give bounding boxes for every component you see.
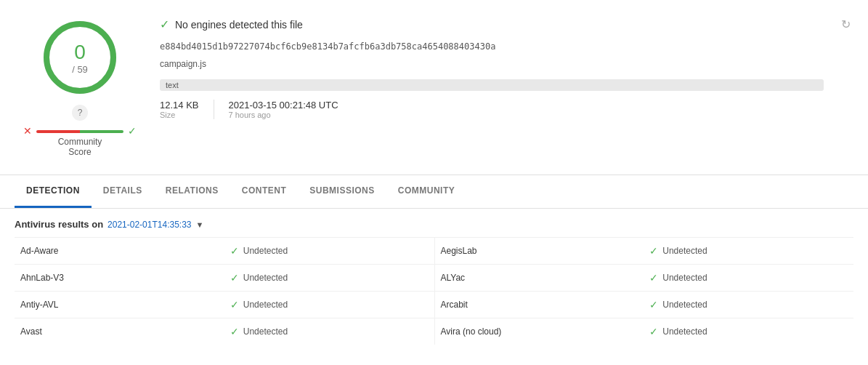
engine-status: ✓Undetected [644, 318, 853, 345]
content-area: Antivirus results on 2021-02-01T14:35:33… [0, 209, 868, 345]
undetected-label: Undetected [662, 246, 707, 256]
table-row: AhnLab-V3✓UndetectedALYac✓Undetected [15, 264, 853, 291]
file-date-item: 2021-03-15 00:21:48 UTC 7 hours ago [214, 100, 353, 119]
table-row: Ad-Aware✓UndetectedAegisLab✓Undetected [15, 237, 853, 264]
community-score-bar [36, 130, 123, 133]
engine-name: Antiy-AVL [15, 292, 224, 318]
table-row: Avast✓UndetectedAvira (no cloud)✓Undetec… [15, 318, 853, 345]
file-size-value: 12.14 KB [160, 100, 199, 111]
engine-status: ✓Undetected [224, 318, 434, 345]
file-date-label: 7 hours ago [229, 111, 338, 119]
results-table: Ad-Aware✓UndetectedAegisLab✓UndetectedAh… [15, 237, 853, 345]
undetected-icon: ✓ [230, 272, 239, 284]
top-section: 0 / 59 ? ✕ ✓ CommunityScore ✓ No engines… [0, 0, 868, 175]
engine-name: ALYac [434, 265, 644, 291]
undetected-label: Undetected [243, 326, 288, 337]
antivirus-date[interactable]: 2021-02-01T14:35:33 [108, 220, 191, 230]
score-panel: 0 / 59 ? ✕ ✓ CommunityScore [15, 12, 145, 163]
engine-status: ✓Undetected [644, 265, 853, 291]
detection-text: No engines detected this file [175, 19, 303, 31]
engine-name: AegisLab [434, 238, 644, 264]
antivirus-header: Antivirus results on 2021-02-01T14:35:33… [15, 209, 853, 237]
detection-header: ✓ No engines detected this file [160, 17, 824, 31]
tab-detection[interactable]: DETECTION [15, 175, 92, 208]
engine-status: ✓Undetected [224, 292, 434, 318]
table-row: Antiy-AVL✓UndetectedArcabit✓Undetected [15, 291, 853, 318]
file-size-item: 12.14 KB Size [160, 100, 214, 119]
score-text: 0 / 59 [72, 41, 88, 75]
antivirus-label: Antivirus results on [15, 219, 103, 230]
file-name: campaign.js [160, 59, 824, 69]
engine-name: Avira (no cloud) [434, 318, 644, 345]
score-number: 0 [72, 41, 88, 64]
undetected-icon: ✓ [230, 245, 239, 257]
tab-community[interactable]: COMMUNITY [386, 175, 467, 208]
undetected-label: Undetected [662, 300, 707, 310]
tab-submissions[interactable]: SUBMISSIONS [298, 175, 386, 208]
undetected-icon: ✓ [649, 272, 658, 284]
detection-check-icon: ✓ [160, 17, 169, 31]
undetected-label: Undetected [243, 300, 288, 310]
file-tag[interactable]: text [160, 79, 824, 91]
dropdown-arrow-icon[interactable]: ▼ [196, 220, 204, 229]
engine-name: Avast [15, 318, 224, 345]
file-hash: e884bd4015d1b97227074bcf6cb9e8134b7afcfb… [160, 41, 824, 52]
main-container: 0 / 59 ? ✕ ✓ CommunityScore ✓ No engines… [0, 0, 868, 365]
tabs-bar: DETECTION DETAILS RELATIONS CONTENT SUBM… [0, 175, 868, 209]
engine-status: ✓Undetected [224, 238, 434, 264]
engine-name: Ad-Aware [15, 238, 224, 264]
undetected-icon: ✓ [649, 299, 658, 310]
undetected-label: Undetected [662, 273, 707, 283]
undetected-label: Undetected [243, 273, 288, 283]
header-right: ↻ [838, 12, 853, 34]
undetected-label: Undetected [662, 326, 707, 337]
engine-status: ✓Undetected [644, 292, 853, 318]
undetected-icon: ✓ [230, 326, 239, 337]
engine-status: ✓Undetected [224, 265, 434, 291]
engine-name: Arcabit [434, 292, 644, 318]
score-bar-row: ✕ ✓ [23, 125, 137, 137]
question-badge[interactable]: ? [72, 105, 88, 121]
tab-details[interactable]: DETAILS [92, 175, 154, 208]
undetected-label: Undetected [243, 246, 288, 256]
undetected-icon: ✓ [649, 326, 658, 337]
file-info-panel: ✓ No engines detected this file e884bd40… [160, 12, 824, 125]
score-circle: 0 / 59 [40, 17, 120, 97]
community-score-label: CommunityScore [58, 137, 102, 157]
file-meta: 12.14 KB Size 2021-03-15 00:21:48 UTC 7 … [160, 100, 824, 119]
undetected-icon: ✓ [230, 299, 239, 310]
refresh-icon[interactable]: ↻ [838, 15, 853, 34]
score-denom: / 59 [72, 64, 88, 75]
engine-name: AhnLab-V3 [15, 265, 224, 291]
undetected-icon: ✓ [649, 245, 658, 257]
tab-relations[interactable]: RELATIONS [154, 175, 230, 208]
file-size-label: Size [160, 111, 199, 119]
score-dislike-button[interactable]: ✕ [23, 125, 32, 137]
engine-status: ✓Undetected [644, 238, 853, 264]
score-like-button[interactable]: ✓ [128, 125, 137, 137]
file-date-value: 2021-03-15 00:21:48 UTC [229, 100, 338, 111]
tab-content[interactable]: CONTENT [230, 175, 299, 208]
